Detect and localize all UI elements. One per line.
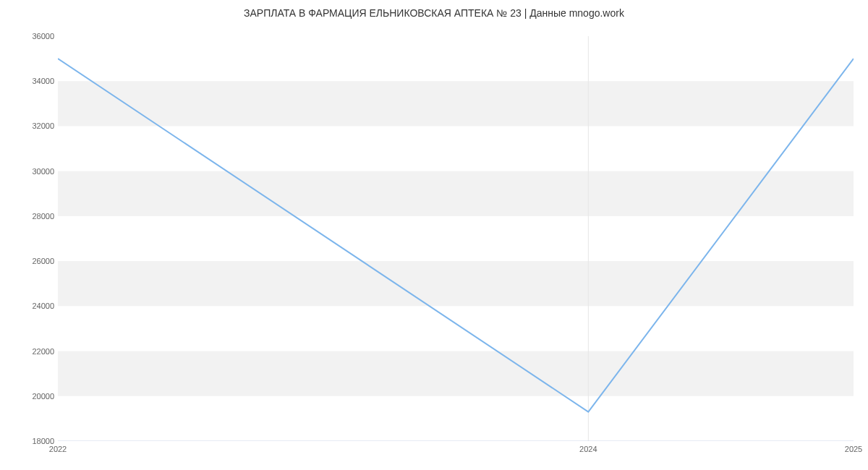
- grid-band: [58, 261, 854, 306]
- x-tick-label: 2024: [579, 445, 597, 453]
- y-tick-label: 36000: [7, 32, 54, 40]
- grid-band: [58, 351, 854, 396]
- chart-title: ЗАРПЛАТА В ФАРМАЦИЯ ЕЛЬНИКОВСКАЯ АПТЕКА …: [0, 0, 868, 29]
- y-tick-label: 20000: [7, 392, 54, 401]
- grid-band: [58, 81, 854, 126]
- y-tick-label: 34000: [7, 77, 54, 85]
- y-tick-label: 26000: [7, 257, 54, 265]
- plot-area: [58, 36, 854, 441]
- y-tick-label: 22000: [7, 347, 54, 356]
- x-tick-label: 2025: [845, 445, 862, 453]
- y-tick-label: 28000: [7, 212, 54, 221]
- y-tick-label: 24000: [7, 302, 54, 310]
- y-tick-label: 32000: [7, 121, 54, 130]
- chart-svg: [58, 36, 854, 441]
- y-tick-label: 30000: [7, 167, 54, 176]
- y-tick-label: 18000: [7, 437, 54, 445]
- grid-band: [58, 171, 854, 216]
- chart-container: ЗАРПЛАТА В ФАРМАЦИЯ ЕЛЬНИКОВСКАЯ АПТЕКА …: [0, 0, 868, 470]
- x-tick-label: 2022: [49, 445, 67, 453]
